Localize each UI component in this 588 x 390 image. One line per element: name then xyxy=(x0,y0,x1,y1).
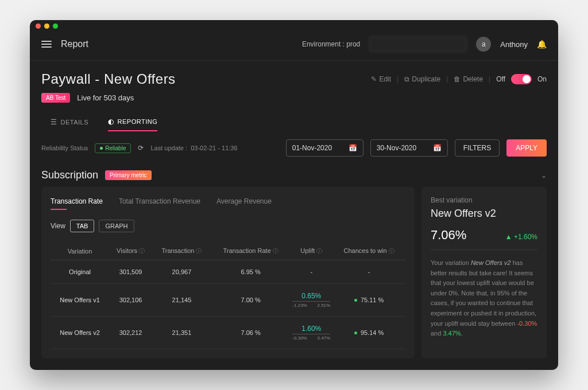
status-dot-icon xyxy=(354,299,357,302)
toggle-off-label: Off xyxy=(496,75,505,83)
info-icon: ⓘ xyxy=(389,248,394,254)
info-icon: ⓘ xyxy=(273,248,278,254)
table-row: New Offers v1 302,106 21,145 7.00 % 0.65… xyxy=(51,284,405,317)
date-to-input[interactable]: 30-Nov-2020 📅 xyxy=(370,139,448,157)
info-icon: ⓘ xyxy=(139,248,145,254)
menu-icon[interactable] xyxy=(41,41,52,48)
titlebar xyxy=(30,20,558,32)
header-actions: ✎ Edit | ⧉ Duplicate | 🗑 Delete | Off On xyxy=(371,74,547,84)
edit-button[interactable]: ✎ Edit xyxy=(371,75,391,83)
copy-icon: ⧉ xyxy=(404,75,409,83)
filters-button[interactable]: FILTERS xyxy=(455,139,500,157)
filters-row: Reliability Status Reliable ⟳ Last updat… xyxy=(30,131,558,169)
metric-tab-avg-revenue[interactable]: Average Revenue xyxy=(216,196,272,210)
last-update: Last update : 03-02-21 - 11:36 xyxy=(150,145,237,151)
pencil-icon: ✎ xyxy=(371,75,377,83)
metric-tab-total-revenue[interactable]: Total Transaction Revenue xyxy=(119,196,200,210)
apply-button[interactable]: APPLY xyxy=(506,139,547,157)
page-title: Paywall - New Offers xyxy=(41,71,176,87)
best-variation-label: Best variation xyxy=(431,196,537,204)
account-selector[interactable] xyxy=(369,36,467,52)
avatar[interactable]: a xyxy=(476,37,491,52)
best-variation-pct: 7.06% xyxy=(431,228,466,243)
col-variation: Variation xyxy=(51,243,109,260)
topbar: Report Environment : prod a Anthony 🔔 xyxy=(30,32,558,61)
primary-metric-badge: Primary metric xyxy=(105,170,151,180)
chart-icon: ◐ xyxy=(108,118,114,126)
status-toggle[interactable] xyxy=(511,74,532,84)
view-switch: View TAB GRAPH xyxy=(51,220,405,232)
toggle-on-label: On xyxy=(537,75,547,83)
duplicate-button[interactable]: ⧉ Duplicate xyxy=(404,75,440,83)
col-transaction: Transactionⓘ xyxy=(152,243,211,260)
best-variation-panel: Best variation New Offers v2 7.06% ▲ +1.… xyxy=(421,187,547,358)
live-text: Live for 503 days xyxy=(77,93,134,102)
brand: Report xyxy=(61,39,88,49)
ctw-cell: 95.14 % xyxy=(332,317,405,349)
status-dot-icon xyxy=(354,332,357,334)
col-visitors: Visitorsⓘ xyxy=(109,243,152,260)
col-uplift: Upliftⓘ xyxy=(290,243,332,260)
ctw-cell: 75.11 % xyxy=(332,284,405,317)
page-header: Paywall - New Offers ✎ Edit | ⧉ Duplicat… xyxy=(30,61,558,93)
tab-reporting[interactable]: ◐ REPORTING xyxy=(108,113,157,131)
delete-button[interactable]: 🗑 Delete xyxy=(454,75,483,83)
tab-details[interactable]: ☰ DETAILS xyxy=(51,114,88,131)
table-row: Original 301,509 20,967 6.95 % - - xyxy=(51,260,405,284)
view-graph-button[interactable]: GRAPH xyxy=(99,220,134,232)
notifications-icon[interactable]: 🔔 xyxy=(537,40,547,49)
window-zoom-icon[interactable] xyxy=(53,24,58,29)
col-ctw: Chances to winⓘ xyxy=(332,243,405,260)
refresh-icon[interactable]: ⟳ xyxy=(138,144,144,152)
list-icon: ☰ xyxy=(51,118,57,126)
view-tab-button[interactable]: TAB xyxy=(70,220,95,232)
view-label: View xyxy=(51,222,65,230)
info-icon: ⓘ xyxy=(196,248,202,254)
uplift-cell: 0.65% -1.23%2.51% xyxy=(290,284,332,317)
date-from-input[interactable]: 01-Nov-2020 📅 xyxy=(286,139,363,157)
main-tabs: ☰ DETAILS ◐ REPORTING xyxy=(30,113,558,131)
calendar-icon: 📅 xyxy=(433,144,442,152)
reliability-badge: Reliable xyxy=(95,143,131,153)
abtest-badge: AB Test xyxy=(41,93,70,103)
table-row: New Offers v2 302,212 21,351 7.06 % 1.60… xyxy=(51,317,405,349)
window-close-icon[interactable] xyxy=(36,24,41,29)
metrics-panel: Transaction Rate Total Transaction Reven… xyxy=(41,187,415,358)
chevron-down-icon[interactable]: ⌄ xyxy=(541,171,547,180)
environment-label: Environment : prod xyxy=(302,40,360,48)
calendar-icon: 📅 xyxy=(349,144,357,152)
section-header: Subscription Primary metric ⌄ xyxy=(30,169,558,187)
status-dot-icon xyxy=(100,147,103,150)
section-title: Subscription xyxy=(41,169,98,181)
best-variation-text: Your variation New Offers v2 has better … xyxy=(431,258,537,339)
metric-tab-transaction-rate[interactable]: Transaction Rate xyxy=(51,196,103,210)
reliability-label: Reliability Status xyxy=(41,145,88,151)
info-icon: ⓘ xyxy=(316,248,322,254)
metric-tabs: Transaction Rate Total Transaction Reven… xyxy=(51,196,405,210)
results-table: Variation Visitorsⓘ Transactionⓘ Transac… xyxy=(51,243,405,349)
status-row: AB Test Live for 503 days xyxy=(30,93,558,113)
app-window: Report Environment : prod a Anthony 🔔 Pa… xyxy=(30,20,558,370)
best-variation-title: New Offers v2 xyxy=(431,208,537,220)
username: Anthony xyxy=(500,40,528,49)
uplift-cell: 1.60% -0.30%3.47% xyxy=(290,317,332,349)
panels: Transaction Rate Total Transaction Reven… xyxy=(30,187,558,370)
window-minimize-icon[interactable] xyxy=(44,24,49,29)
trash-icon: 🗑 xyxy=(454,75,461,83)
col-rate: Transaction Rateⓘ xyxy=(211,243,290,260)
best-variation-delta: ▲ +1.60% xyxy=(505,233,537,241)
